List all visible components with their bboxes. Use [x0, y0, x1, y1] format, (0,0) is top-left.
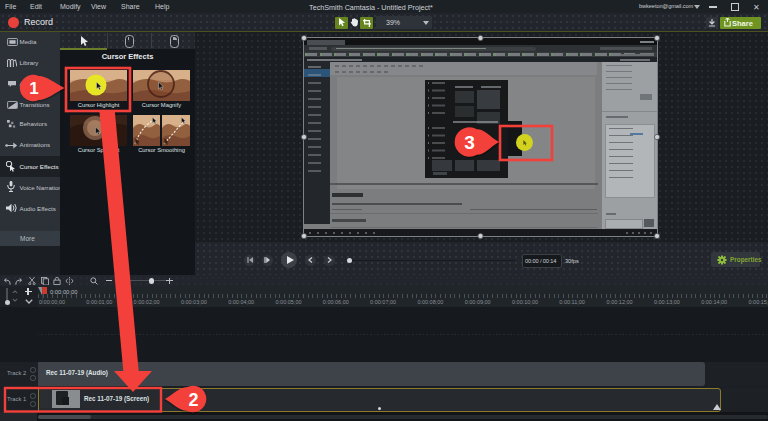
svg-text:2: 2 — [188, 390, 198, 410]
svg-text:3: 3 — [464, 132, 475, 153]
svg-text:1: 1 — [29, 79, 38, 98]
